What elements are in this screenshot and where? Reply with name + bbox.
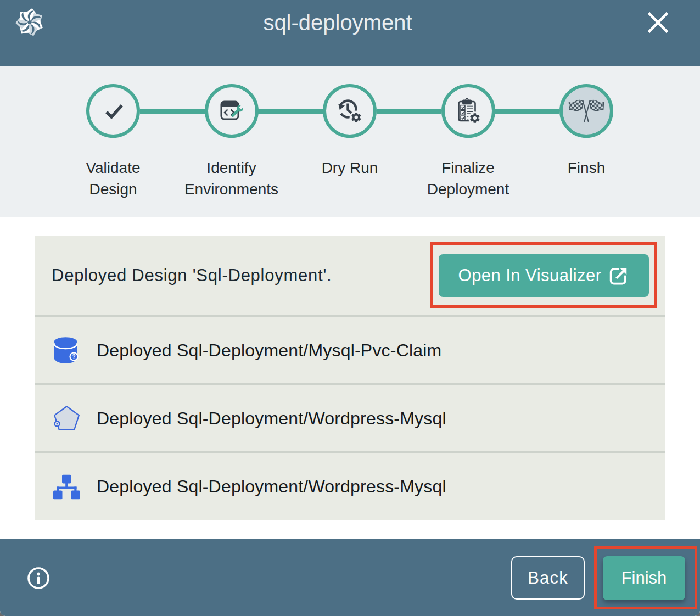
svg-text:?: ? xyxy=(72,354,75,360)
